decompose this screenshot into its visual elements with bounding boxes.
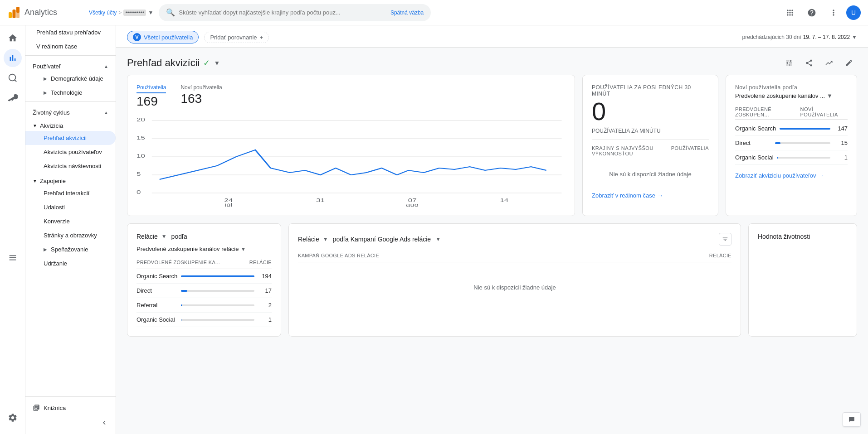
table-row[interactable]: Referral 2	[137, 298, 272, 313]
table-row[interactable]: Organic Social 1	[735, 150, 848, 165]
line-chart-svg: 20 15 10 5 0 24	[137, 116, 566, 207]
topbar: Analytics Všetky účty > •••••••••• ▼ 🔍 S…	[0, 0, 868, 25]
svg-text:aug: aug	[406, 203, 419, 207]
date-period-label: predchádzajúcich 30 dní	[742, 34, 801, 40]
campaigns-col2-label: RELÁCIE	[709, 253, 731, 258]
all-users-chip[interactable]: V Všetci používatelia	[127, 31, 199, 43]
account-dropdown-icon[interactable]: ▼	[148, 10, 153, 16]
user-avatar[interactable]: U	[846, 5, 861, 20]
metric-users-label[interactable]: Používatelia	[137, 84, 166, 93]
nav-engagement-bullet: ▼	[33, 178, 37, 183]
feedback-button[interactable]	[843, 412, 861, 427]
table-bar	[777, 157, 778, 159]
acq-subtitle: Predvolené zoskupenie kanálov ... ▼	[735, 92, 848, 99]
nav-interactions[interactable]: Prehľad interakcií	[25, 186, 116, 200]
campaigns-dropdown-1[interactable]: ▼	[323, 236, 328, 242]
svg-text:31: 31	[316, 198, 325, 203]
breadcrumb-separator: >	[118, 10, 122, 16]
nav-collapse-button[interactable]	[25, 415, 116, 430]
nav-monetization[interactable]: ▶ Speňažovanie	[25, 242, 116, 256]
search-feedback-link[interactable]: Spätná väzba	[390, 10, 424, 16]
nav-monetization-label: Speňažovanie	[51, 246, 88, 253]
edit-report-button[interactable]	[841, 55, 857, 71]
app-title: Analytics	[24, 8, 57, 17]
main-chart-card: Používatelia 169 Noví použivatelia 163 2…	[127, 75, 575, 216]
table-row[interactable]: Organic Search 147	[735, 121, 848, 136]
nav-events[interactable]: Udalosti	[25, 200, 116, 214]
metric-new-users-label[interactable]: Noví použivatelia	[180, 84, 222, 91]
nav-home-button[interactable]	[4, 29, 22, 47]
table-bar	[775, 142, 780, 144]
nav-advertising-button[interactable]	[4, 89, 22, 107]
table-row[interactable]: Organic Social 1	[137, 313, 272, 327]
table-row-value: 2	[258, 302, 272, 309]
table-row-value: 194	[258, 273, 272, 280]
page-title-dropdown-icon[interactable]: ▼	[214, 59, 220, 67]
nav-acquisition-group[interactable]: ▼ Akvizícia	[25, 118, 116, 131]
topbar-account-breadcrumb: Všetky účty > •••••••••• ▼	[89, 10, 153, 16]
table-bar-row: Organic Social	[735, 154, 830, 161]
main-content: V Všetci používatelia Pridať porovnanie …	[116, 25, 868, 434]
share-button[interactable]	[801, 55, 817, 71]
realtime-card: POUŽÍVATELIA ZA POSLEDNÝCH 30 MINÚT 0 PO…	[582, 75, 718, 216]
chart-container: 20 15 10 5 0 24	[137, 116, 566, 207]
campaigns-col-header: KAMPAŇ GOOGLE ADS RELÁCIE RELÁCIE	[298, 251, 731, 262]
sessions-col2-label: RELÁCIE	[249, 260, 272, 265]
realtime-link-button[interactable]: Zobraziť v reálnom čase →	[592, 192, 709, 199]
nav-technology[interactable]: ▶ Technológie	[25, 86, 116, 100]
nav-conversions[interactable]: Konverzie	[25, 214, 116, 228]
nav-reports-button[interactable]	[4, 49, 22, 67]
breadcrumb-all[interactable]: Všetky účty	[89, 10, 117, 16]
table-bar-row: Referral	[137, 302, 254, 309]
add-comparison-button[interactable]: Pridať porovnanie +	[204, 32, 269, 43]
date-value: 19. 7. – 17. 8. 2022	[803, 34, 850, 40]
search-input[interactable]	[179, 9, 387, 16]
nav-overview-status[interactable]: Prehľad stavu prehľadov	[25, 25, 116, 39]
topbar-logo: Analytics	[7, 6, 80, 19]
nav-retention[interactable]: Udržanie	[25, 256, 116, 270]
date-range-selector[interactable]: predchádzajúcich 30 dní 19. 7. – 17. 8. …	[742, 34, 857, 40]
nav-pages[interactable]: Stránky a obrazovky	[25, 228, 116, 242]
nav-configure-button[interactable]	[4, 249, 22, 267]
nav-settings-button[interactable]	[4, 409, 22, 427]
acq-link-button[interactable]: Zobraziť akviziciu používateľov →	[735, 172, 848, 179]
campaigns-dropdown-2[interactable]: ▼	[435, 236, 441, 242]
table-bar	[181, 319, 181, 321]
nav-explore-button[interactable]	[4, 69, 22, 87]
table-row[interactable]: Direct 17	[137, 284, 272, 298]
help-button[interactable]	[803, 4, 821, 22]
nav-acquisition-overview[interactable]: Prehľad akvizícii	[25, 131, 116, 145]
nav-demographic[interactable]: ▶ Demografické údaje	[25, 72, 116, 86]
nav-lifecycle-section[interactable]: Životný cyklus ▲	[25, 104, 116, 118]
table-bar-row: Organic Social	[137, 316, 254, 323]
sessions-dropdown-icon[interactable]: ▼	[161, 233, 167, 240]
apps-button[interactable]	[781, 4, 799, 22]
acquisition-card: Noví používatelia podľa Predvolené zosku…	[726, 75, 857, 216]
table-row-value: 1	[834, 154, 848, 161]
nav-user-section[interactable]: Používateľ ▲	[25, 58, 116, 72]
nav-user-label: Používateľ	[33, 63, 61, 70]
realtime-no-data: Nie sú k dispozícii žiadne údaje	[592, 164, 709, 185]
svg-text:14: 14	[500, 198, 508, 203]
acq-subtitle-dropdown[interactable]: ▼	[827, 92, 833, 99]
subheader-top: V Všetci používatelia Pridať porovnanie …	[127, 31, 857, 47]
customize-report-button[interactable]	[781, 55, 797, 71]
sessions-subtitle-dropdown[interactable]: ▼	[240, 246, 246, 252]
nav-lifecycle-label: Životný cyklus	[33, 109, 70, 116]
campaigns-filter-button[interactable]	[719, 233, 731, 246]
nav-engagement-label: Zapojenie	[40, 178, 66, 184]
page-title-check-icon: ✓	[203, 58, 210, 68]
metric-users-value: 169	[137, 94, 166, 109]
nav-divider-1	[25, 55, 116, 56]
nav-realtime[interactable]: V reálnom čase	[25, 39, 116, 53]
table-row[interactable]: Direct 15	[735, 136, 848, 150]
nav-library[interactable]: Knižnica	[25, 400, 116, 415]
nav-engagement-group[interactable]: ▼ Zapojenie	[25, 173, 116, 186]
more-options-button[interactable]	[824, 4, 843, 22]
nav-user-acquisition[interactable]: Akvizícia používateľov	[25, 145, 116, 159]
nav-traffic-acquisition[interactable]: Akvizícia návštevnosti	[25, 159, 116, 173]
table-row[interactable]: Organic Search 194	[137, 269, 272, 284]
campaigns-title-prefix: Relácie	[298, 236, 319, 243]
compare-dates-button[interactable]	[821, 55, 837, 71]
side-icon-bar	[0, 25, 25, 434]
